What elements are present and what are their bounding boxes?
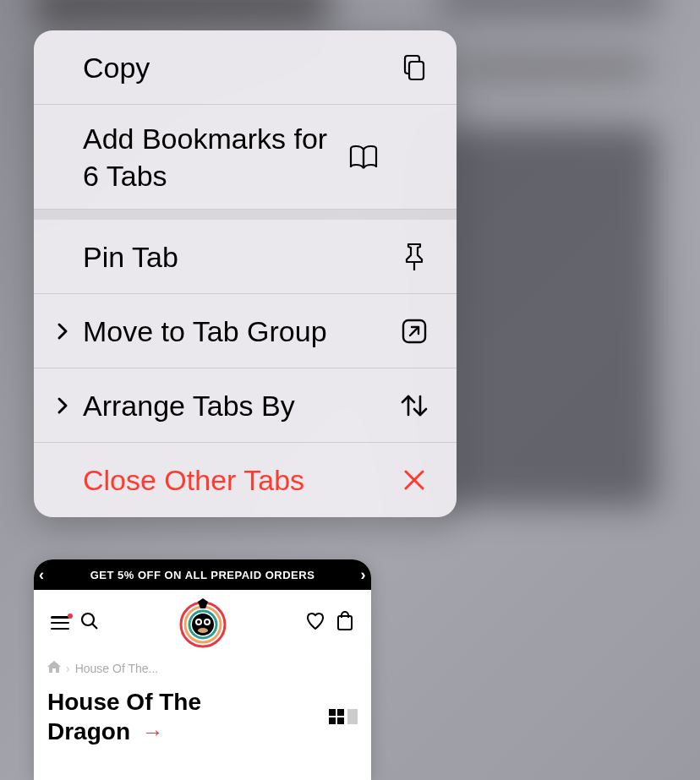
- pin-icon: [396, 238, 433, 275]
- close-icon: [396, 461, 433, 499]
- svg-rect-19: [338, 616, 352, 630]
- add-bookmarks-menu-item[interactable]: Add Bookmarks for 6 Tabs: [34, 105, 457, 210]
- background-blur: [438, 0, 658, 17]
- list-view-icon[interactable]: [347, 709, 358, 724]
- svg-point-16: [197, 620, 200, 624]
- add-bookmarks-label: Add Bookmarks for 6 Tabs: [83, 105, 345, 210]
- heart-icon[interactable]: [305, 611, 325, 635]
- banner-next-icon: ›: [361, 566, 367, 584]
- search-icon[interactable]: [79, 611, 100, 635]
- breadcrumb-separator-icon: ›: [66, 662, 70, 675]
- site-toolbar: [34, 590, 371, 651]
- arrange-tabs-label: Arrange Tabs By: [83, 372, 396, 439]
- copy-label: Copy: [83, 34, 396, 101]
- menu-divider: [34, 210, 457, 220]
- pin-tab-menu-item[interactable]: Pin Tab: [34, 220, 457, 294]
- svg-point-18: [198, 628, 208, 633]
- arrange-tabs-by-menu-item[interactable]: Arrange Tabs By: [34, 368, 457, 443]
- tab-context-menu: Copy Add Bookmarks for 6 Tabs Pin Tab: [34, 30, 457, 517]
- chevron-right-icon: [56, 321, 83, 341]
- banner-text: GET 5% OFF ON ALL PREPAID ORDERS: [90, 569, 315, 581]
- grid-view-icon[interactable]: [329, 709, 344, 724]
- page-title-row: House Of The Dragon →: [34, 680, 371, 753]
- svg-point-8: [82, 614, 94, 625]
- home-icon[interactable]: [47, 661, 61, 675]
- breadcrumb: › House Of The...: [34, 651, 371, 680]
- background-blur: [34, 0, 330, 25]
- copy-icon: [396, 49, 433, 86]
- sort-icon: [396, 387, 433, 424]
- page-title: House Of The Dragon →: [47, 687, 329, 746]
- bag-icon[interactable]: [336, 611, 354, 635]
- copy-menu-item[interactable]: Copy: [34, 30, 457, 105]
- move-to-tab-group-menu-item[interactable]: Move to Tab Group: [34, 294, 457, 368]
- chevron-right-icon: [56, 395, 83, 416]
- banner-prev-icon: ‹: [39, 566, 45, 584]
- svg-line-9: [92, 624, 97, 629]
- site-logo[interactable]: [178, 597, 227, 652]
- background-blur: [438, 127, 658, 507]
- arrow-out-icon: [396, 313, 433, 350]
- arrow-right-icon: →: [142, 719, 164, 745]
- close-other-tabs-menu-item[interactable]: Close Other Tabs: [34, 443, 457, 517]
- breadcrumb-text: House Of The...: [75, 662, 159, 675]
- view-toggle[interactable]: [329, 709, 358, 724]
- background-blur: [463, 59, 649, 76]
- svg-rect-0: [409, 62, 424, 79]
- hamburger-menu-icon[interactable]: [51, 616, 69, 630]
- move-to-group-label: Move to Tab Group: [83, 297, 396, 365]
- svg-point-17: [205, 620, 209, 624]
- book-icon: [345, 139, 382, 176]
- tab-preview-card[interactable]: ‹ GET 5% OFF ON ALL PREPAID ORDERS ›: [34, 559, 371, 780]
- promo-banner: ‹ GET 5% OFF ON ALL PREPAID ORDERS ›: [34, 559, 371, 590]
- svg-line-3: [410, 327, 418, 335]
- pin-tab-label: Pin Tab: [83, 223, 396, 291]
- close-others-label: Close Other Tabs: [83, 446, 396, 514]
